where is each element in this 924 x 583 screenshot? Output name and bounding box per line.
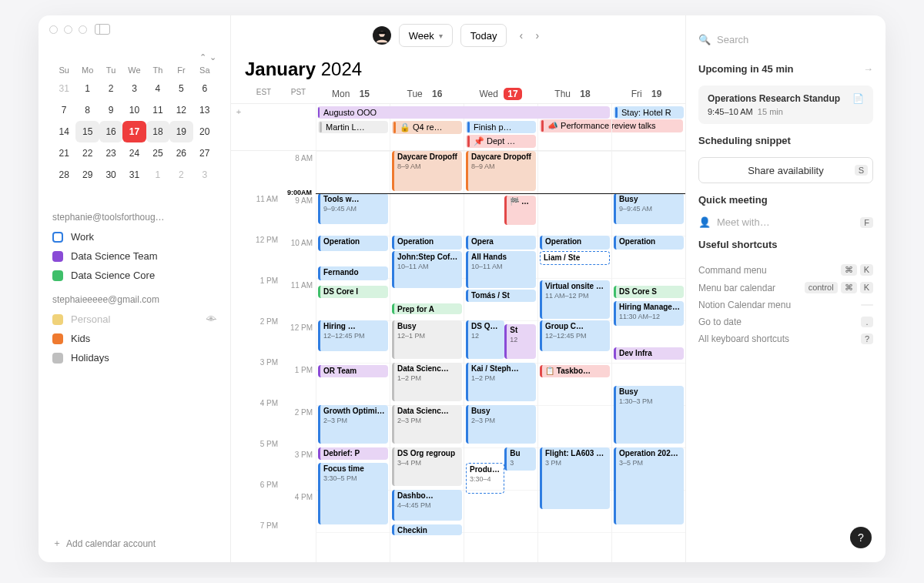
add-allday-icon[interactable]: +: [231, 104, 246, 150]
mini-cal-day[interactable]: 25: [146, 142, 169, 164]
mini-cal-day[interactable]: 3: [122, 78, 146, 99]
mini-cal-day[interactable]: 11: [146, 99, 169, 121]
calendar-event[interactable]: 🏁 P…: [504, 196, 536, 225]
calendar-item[interactable]: Data Science Team: [52, 246, 216, 266]
calendar-event[interactable]: Daycare Dropoff8–9 AM: [392, 151, 462, 191]
mini-cal-day[interactable]: 29: [75, 164, 99, 186]
day-header-mon[interactable]: Mon 15: [316, 85, 390, 103]
mini-cal-day[interactable]: 28: [52, 164, 75, 186]
mini-cal-day[interactable]: 20: [193, 121, 216, 142]
calendar-event[interactable]: Debrief: P: [318, 447, 388, 460]
help-button[interactable]: ?: [850, 527, 872, 548]
calendar-event[interactable]: All Hands10–11 AM: [466, 251, 536, 288]
calendar-event[interactable]: St12: [504, 324, 536, 359]
mini-cal-day[interactable]: 18: [146, 121, 169, 142]
mini-cal-day[interactable]: 31: [52, 78, 75, 99]
calendar-event[interactable]: 📋 Taskbo…: [540, 365, 610, 377]
mini-cal-day[interactable]: 15: [75, 121, 99, 142]
calendar-event[interactable]: Bu3: [504, 447, 536, 471]
calendar-event[interactable]: Busy2–3 PM: [466, 405, 536, 444]
mini-cal-day[interactable]: 8: [75, 99, 99, 121]
mini-cal-day[interactable]: 30: [99, 164, 122, 186]
calendar-event[interactable]: Flight: LA603 LAX→SCL3 PM: [540, 447, 610, 509]
mini-cal-next-icon[interactable]: ⌄: [209, 52, 216, 62]
calendar-item[interactable]: Kids: [52, 329, 216, 348]
allday-event[interactable]: Augusto OOO: [317, 106, 610, 119]
mini-cal-day[interactable]: 26: [169, 142, 192, 164]
calendar-event[interactable]: OR Team: [318, 365, 388, 377]
day-column[interactable]: Tools w…9–9:45 AMOperationFernandoDS Cor…: [316, 151, 390, 562]
upcoming-card[interactable]: Operations Research Standup 📄 9:45–10 AM…: [698, 85, 873, 124]
mini-cal-day[interactable]: 21: [52, 142, 75, 164]
mini-cal-day[interactable]: 16: [99, 121, 122, 142]
window-controls[interactable]: [49, 25, 87, 34]
calendar-event[interactable]: Group C…12–12:45 PM: [540, 320, 610, 351]
calendar-event[interactable]: Operation: [540, 236, 610, 250]
calendar-event[interactable]: Opera: [466, 236, 536, 250]
day-header-tue[interactable]: Tue 16: [390, 85, 464, 103]
meet-with-field[interactable]: 👤 Meet with… F: [698, 216, 873, 228]
calendar-event[interactable]: Operation: [614, 236, 684, 250]
mini-cal-day[interactable]: 14: [52, 121, 75, 142]
shortcut-row[interactable]: Command menu⌘K: [698, 261, 873, 279]
calendar-event[interactable]: Operation: [318, 236, 388, 251]
day-header-wed[interactable]: Wed 17: [464, 85, 537, 103]
mini-cal-day[interactable]: 1: [146, 164, 169, 186]
mini-cal-day[interactable]: 2: [99, 78, 122, 99]
account-email[interactable]: stephanie@toolsforthoug…: [52, 212, 216, 223]
calendar-event[interactable]: Tools w…9–9:45 AM: [318, 193, 388, 224]
mini-cal-day[interactable]: 22: [75, 142, 99, 164]
allday-event[interactable]: 🔒 Q4 re…: [392, 121, 462, 134]
calendar-event[interactable]: Focus time3:30–5 PM: [318, 463, 388, 524]
day-header-thu[interactable]: Thu 18: [537, 85, 611, 103]
calendar-event[interactable]: Dev Infra: [614, 347, 684, 360]
mini-cal-prev-icon[interactable]: ⌃: [199, 52, 206, 62]
calendar-event[interactable]: Busy12–1 PM: [392, 320, 462, 359]
calendar-event[interactable]: DS Core I: [318, 286, 388, 298]
mini-cal-day[interactable]: 27: [193, 142, 216, 164]
shortcut-row[interactable]: Notion Calendar menu: [698, 297, 873, 313]
calendar-event[interactable]: Liam / Ste: [540, 251, 610, 265]
mini-cal-day[interactable]: 31: [122, 164, 146, 186]
mini-cal-day[interactable]: 23: [99, 142, 122, 164]
calendar-event[interactable]: Prep for A: [392, 303, 462, 314]
mini-calendar[interactable]: 3112345678910111213141516171819202122232…: [52, 78, 216, 186]
calendar-event[interactable]: Daycare Dropoff8–9 AM: [466, 151, 536, 191]
allday-event[interactable]: Stay: Hotel R: [614, 106, 684, 119]
share-availability-button[interactable]: Share availability S: [698, 157, 873, 183]
day-column[interactable]: Busy9–9:45 AMOperationDS Core SHiring Ma…: [611, 151, 685, 562]
calendar-event[interactable]: Hiring …12–12:45 PM: [318, 320, 388, 351]
calendar-event[interactable]: Growth Optimiz…2–3 PM: [318, 405, 388, 444]
allday-event[interactable]: 📌 Dept …: [466, 135, 536, 148]
shortcut-row[interactable]: Menu bar calendarcontrol⌘K: [698, 279, 873, 297]
mini-cal-day[interactable]: 24: [122, 142, 146, 164]
calendar-event[interactable]: Operation 2024 Sprint Planning3–5 PM: [614, 447, 684, 524]
allday-event[interactable]: Finish p…: [466, 121, 536, 133]
calendar-event[interactable]: John:Step Coffee …10–11 AM: [392, 251, 462, 288]
mini-cal-day[interactable]: 13: [193, 99, 216, 121]
calendar-item[interactable]: Personal👁: [52, 310, 216, 329]
add-account-button[interactable]: ＋ Add calendar account: [52, 537, 216, 550]
shortcut-row[interactable]: All keyboard shortcuts?: [698, 330, 873, 347]
allday-event[interactable]: Martin L…: [318, 121, 388, 133]
notebook-icon[interactable]: 📄: [852, 93, 864, 104]
visibility-off-icon[interactable]: 👁: [206, 313, 216, 325]
mini-cal-day[interactable]: 7: [52, 99, 75, 121]
shortcut-row[interactable]: Go to date.: [698, 313, 873, 330]
calendar-event[interactable]: Busy1:30–3 PM: [614, 386, 684, 444]
mini-cal-day[interactable]: 4: [146, 78, 169, 99]
account-email[interactable]: stephaieeeee@gmail.com: [52, 294, 216, 305]
calendar-item[interactable]: Data Science Core: [52, 266, 216, 285]
calendar-event[interactable]: Checkin: [392, 524, 462, 535]
mini-cal-day[interactable]: 9: [99, 99, 122, 121]
calendar-event[interactable]: Busy9–9:45 AM: [614, 193, 684, 224]
calendar-event[interactable]: Data Scienc…2–3 PM: [392, 405, 462, 444]
calendar-event[interactable]: DS Qua…12: [466, 320, 504, 359]
mini-cal-day[interactable]: 17: [122, 121, 146, 142]
calendar-item[interactable]: Work: [52, 227, 216, 246]
calendar-event[interactable]: Data Scienc…1–2 PM: [392, 363, 462, 401]
calendar-event[interactable]: Operation: [392, 236, 462, 250]
day-column[interactable]: Daycare Dropoff8–9 AMOperationJohn:Step …: [390, 151, 464, 562]
mini-cal-day[interactable]: 6: [193, 78, 216, 99]
mini-cal-day[interactable]: 5: [169, 78, 192, 99]
